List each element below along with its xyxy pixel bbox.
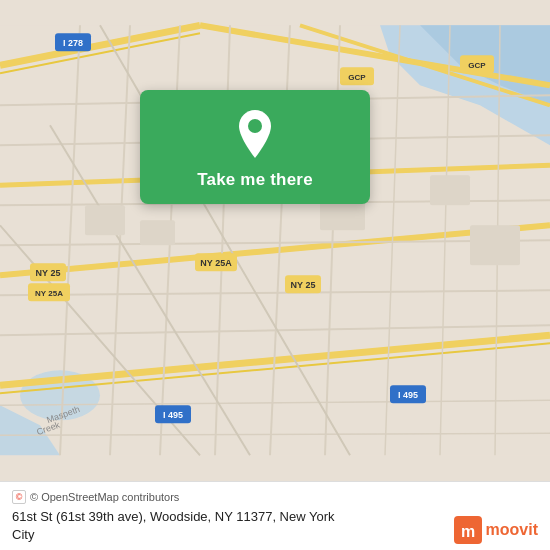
svg-text:I 495: I 495 xyxy=(163,410,183,420)
svg-text:NY 25: NY 25 xyxy=(291,280,316,290)
location-card: Take me there xyxy=(140,90,370,204)
svg-text:I 278: I 278 xyxy=(63,38,83,48)
address-text: 61st St (61st 39th ave), Woodside, NY 11… xyxy=(12,508,335,544)
location-pin-icon xyxy=(233,108,277,160)
svg-text:I 495: I 495 xyxy=(398,390,418,400)
svg-text:NY 25A: NY 25A xyxy=(200,258,232,268)
moovit-logo: m moovit xyxy=(454,516,538,544)
map-container: NY 25 NY 25A NY 25 I 495 I 495 GCP GCP I… xyxy=(0,0,550,481)
bottom-bar: © © OpenStreetMap contributors 61st St (… xyxy=(0,481,550,550)
svg-rect-56 xyxy=(430,175,470,205)
moovit-icon: m xyxy=(454,516,482,544)
address-line2: City xyxy=(12,527,34,542)
map-svg: NY 25 NY 25A NY 25 I 495 I 495 GCP GCP I… xyxy=(0,0,550,481)
svg-point-58 xyxy=(248,119,262,133)
svg-text:GCP: GCP xyxy=(348,73,366,82)
osm-logo: © xyxy=(12,490,26,504)
svg-rect-53 xyxy=(85,205,125,235)
address-row: 61st St (61st 39th ave), Woodside, NY 11… xyxy=(12,508,538,544)
svg-text:m: m xyxy=(460,523,474,540)
svg-text:GCP: GCP xyxy=(468,61,486,70)
osm-credit: © © OpenStreetMap contributors xyxy=(12,490,538,504)
address-line1: 61st St (61st 39th ave), Woodside, NY 11… xyxy=(12,509,335,524)
moovit-label-text: moovit xyxy=(486,521,538,539)
svg-rect-54 xyxy=(140,220,175,245)
svg-text:NY 25: NY 25 xyxy=(36,268,61,278)
app: NY 25 NY 25A NY 25 I 495 I 495 GCP GCP I… xyxy=(0,0,550,550)
take-me-there-button[interactable]: Take me there xyxy=(197,170,313,190)
svg-text:NY 25A: NY 25A xyxy=(35,289,63,298)
osm-credit-text: © OpenStreetMap contributors xyxy=(30,491,179,503)
svg-rect-57 xyxy=(470,225,520,265)
